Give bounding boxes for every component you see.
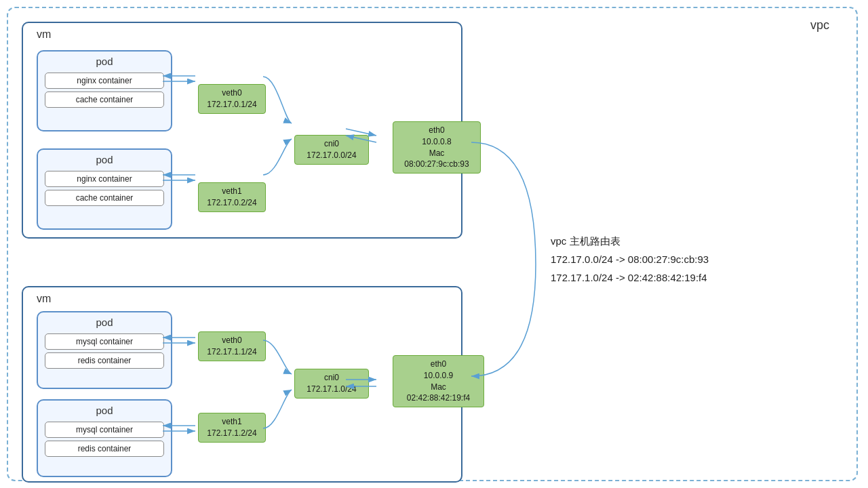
cache-container-1: cache container bbox=[45, 92, 164, 108]
veth0-top: veth0 172.17.0.1/24 bbox=[198, 84, 266, 114]
nginx-container-2: nginx container bbox=[45, 171, 164, 187]
vm-box-top: vm pod nginx container cache container p… bbox=[22, 22, 462, 239]
routing-table-route2: 172.17.1.0/24 -> 02:42:88:42:19:f4 bbox=[551, 268, 709, 287]
pod-top-2-label: pod bbox=[38, 150, 171, 168]
redis-container-2: redis container bbox=[45, 441, 164, 457]
vm-box-bottom: vm pod mysql container redis container p… bbox=[22, 286, 462, 483]
vpc-container: vpc vm pod nginx container cache contain… bbox=[7, 7, 858, 481]
eth0-top: eth0 10.0.0.8 Mac 08:00:27:9c:cb:93 bbox=[393, 121, 481, 174]
pod-top-2: pod nginx container cache container bbox=[37, 148, 172, 230]
cni0-top: cni0 172.17.0.0/24 bbox=[294, 135, 369, 165]
routing-table-route1: 172.17.0.0/24 -> 08:00:27:9c:cb:93 bbox=[551, 250, 709, 268]
vm-top-label: vm bbox=[37, 28, 51, 41]
nginx-container-1: nginx container bbox=[45, 73, 164, 89]
veth1-bot: veth1 172.17.1.2/24 bbox=[198, 413, 266, 443]
vpc-label: vpc bbox=[810, 18, 829, 33]
redis-container-1: redis container bbox=[45, 352, 164, 369]
pod-top-1: pod nginx container cache container bbox=[37, 50, 172, 131]
vm-bottom-label: vm bbox=[37, 293, 51, 305]
mysql-container-2: mysql container bbox=[45, 422, 164, 438]
eth0-bot: eth0 10.0.0.9 Mac 02:42:88:42:19:f4 bbox=[393, 355, 484, 407]
routing-table-title: vpc 主机路由表 bbox=[551, 232, 709, 250]
mysql-container-1: mysql container bbox=[45, 333, 164, 350]
cni0-bot: cni0 172.17.1.0/24 bbox=[294, 369, 369, 399]
cache-container-2: cache container bbox=[45, 190, 164, 206]
pod-top-1-label: pod bbox=[38, 52, 171, 70]
routing-table: vpc 主机路由表 172.17.0.0/24 -> 08:00:27:9c:c… bbox=[551, 232, 709, 287]
veth1-top: veth1 172.17.0.2/24 bbox=[198, 182, 266, 212]
pod-bot-1: pod mysql container redis container bbox=[37, 311, 172, 389]
veth0-bot: veth0 172.17.1.1/24 bbox=[198, 331, 266, 361]
pod-bot-1-label: pod bbox=[38, 312, 171, 331]
pod-bot-2: pod mysql container redis container bbox=[37, 399, 172, 477]
pod-bot-2-label: pod bbox=[38, 401, 171, 419]
